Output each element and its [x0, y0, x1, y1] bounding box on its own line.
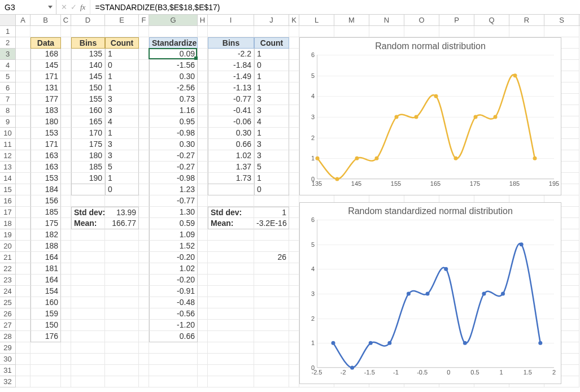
cell-G17[interactable]: 1.30	[149, 207, 198, 218]
column-header-B[interactable]: B	[30, 15, 61, 25]
cell-F1[interactable]	[139, 26, 149, 37]
cell-B14[interactable]: 153	[30, 173, 61, 184]
cell-J2[interactable]: Count	[254, 37, 289, 49]
cell-I11[interactable]: 0.66	[208, 139, 254, 150]
cell-I21[interactable]	[208, 252, 254, 263]
cell-G2[interactable]: Standardize	[149, 37, 198, 49]
cell-G29[interactable]	[149, 342, 198, 354]
cell-H16[interactable]	[198, 195, 208, 207]
cell-F3[interactable]	[139, 49, 149, 60]
cell-G6[interactable]: -2.56	[149, 82, 198, 94]
cell-E22[interactable]	[105, 263, 139, 275]
column-header-P[interactable]: P	[439, 15, 474, 25]
cell-I23[interactable]	[208, 275, 254, 286]
cell-H9[interactable]	[198, 116, 208, 128]
column-header-R[interactable]: R	[509, 15, 544, 25]
cell-G13[interactable]: -0.27	[149, 162, 198, 173]
cell-I28[interactable]	[208, 331, 254, 342]
cell-E28[interactable]	[105, 331, 139, 342]
cell-K16[interactable]	[289, 195, 299, 207]
cell-B20[interactable]: 188	[30, 241, 61, 252]
cell-I7[interactable]: -0.77	[208, 94, 254, 105]
cell-I26[interactable]	[208, 308, 254, 320]
cell-A2[interactable]	[16, 37, 30, 49]
cell-I6[interactable]: -1.13	[208, 82, 254, 94]
cell-F18[interactable]	[139, 218, 149, 229]
cell-B15[interactable]: 184	[30, 184, 61, 195]
cell-J18[interactable]: -3.2E-16	[254, 218, 289, 229]
cell-A9[interactable]	[16, 116, 30, 128]
cell-A32[interactable]	[16, 376, 30, 387]
column-header-K[interactable]: K	[289, 15, 299, 25]
cell-K13[interactable]	[289, 162, 299, 173]
column-header-L[interactable]: L	[299, 15, 334, 25]
cell-G20[interactable]: 1.52	[149, 241, 198, 252]
formula-input[interactable]	[90, 0, 580, 14]
cell-C2[interactable]	[61, 37, 71, 49]
cell-K15[interactable]	[289, 184, 299, 195]
cell-A3[interactable]	[16, 49, 30, 60]
cell-G21[interactable]: -0.20	[149, 252, 198, 263]
cell-E30[interactable]	[105, 354, 139, 365]
cell-C4[interactable]	[61, 60, 71, 71]
cell-C23[interactable]	[61, 275, 71, 286]
cell-F27[interactable]	[139, 320, 149, 331]
enter-icon[interactable]: ✓	[71, 3, 77, 11]
cell-H28[interactable]	[198, 331, 208, 342]
cell-A11[interactable]	[16, 139, 30, 150]
column-header-Q[interactable]: Q	[474, 15, 509, 25]
cell-B29[interactable]	[30, 342, 61, 354]
cell-D13[interactable]: 185	[71, 162, 105, 173]
cell-C29[interactable]	[61, 342, 71, 354]
cell-L1[interactable]	[299, 26, 334, 37]
cell-K24[interactable]	[289, 286, 299, 297]
chevron-down-icon[interactable]	[48, 6, 53, 8]
cell-F5[interactable]	[139, 71, 149, 82]
row-header-28[interactable]: 28	[0, 331, 16, 342]
row-header-3[interactable]: 3	[0, 49, 16, 60]
cell-J25[interactable]	[254, 297, 289, 308]
cell-G4[interactable]: -1.56	[149, 60, 198, 71]
cell-J14[interactable]: 1	[254, 173, 289, 184]
cell-E8[interactable]: 3	[105, 105, 139, 116]
name-box[interactable]	[0, 0, 56, 14]
column-header-S[interactable]: S	[544, 15, 579, 25]
cell-B12[interactable]: 163	[30, 150, 61, 162]
cell-F12[interactable]	[139, 150, 149, 162]
cell-B11[interactable]: 171	[30, 139, 61, 150]
cell-K8[interactable]	[289, 105, 299, 116]
row-header-2[interactable]: 2	[0, 37, 16, 49]
cell-D29[interactable]	[71, 342, 105, 354]
cell-K11[interactable]	[289, 139, 299, 150]
cell-A24[interactable]	[16, 286, 30, 297]
row-header-17[interactable]: 17	[0, 207, 16, 218]
cell-D25[interactable]	[71, 297, 105, 308]
cell-F4[interactable]	[139, 60, 149, 71]
cell-D15[interactable]	[71, 184, 105, 195]
cell-A26[interactable]	[16, 308, 30, 320]
cell-G19[interactable]: 1.09	[149, 229, 198, 241]
cell-A7[interactable]	[16, 94, 30, 105]
cell-J20[interactable]	[254, 241, 289, 252]
cell-F7[interactable]	[139, 94, 149, 105]
cell-D24[interactable]	[71, 286, 105, 297]
cell-grid[interactable]: Random normal distribution 0123456 13514…	[16, 26, 579, 387]
cell-J28[interactable]	[254, 331, 289, 342]
cell-J4[interactable]: 0	[254, 60, 289, 71]
cell-D7[interactable]: 155	[71, 94, 105, 105]
cell-K27[interactable]	[289, 320, 299, 331]
cell-K22[interactable]	[289, 263, 299, 275]
cell-B25[interactable]: 160	[30, 297, 61, 308]
cell-E32[interactable]	[105, 376, 139, 387]
column-header-H[interactable]: H	[198, 15, 208, 25]
cell-E26[interactable]	[105, 308, 139, 320]
cell-J22[interactable]	[254, 263, 289, 275]
cell-C28[interactable]	[61, 331, 71, 342]
cell-I22[interactable]	[208, 263, 254, 275]
column-header-N[interactable]: N	[369, 15, 404, 25]
cell-C7[interactable]	[61, 94, 71, 105]
cell-I13[interactable]: 1.37	[208, 162, 254, 173]
fx-icon[interactable]: fx	[80, 3, 85, 12]
select-all-corner[interactable]	[0, 15, 16, 25]
cell-F24[interactable]	[139, 286, 149, 297]
